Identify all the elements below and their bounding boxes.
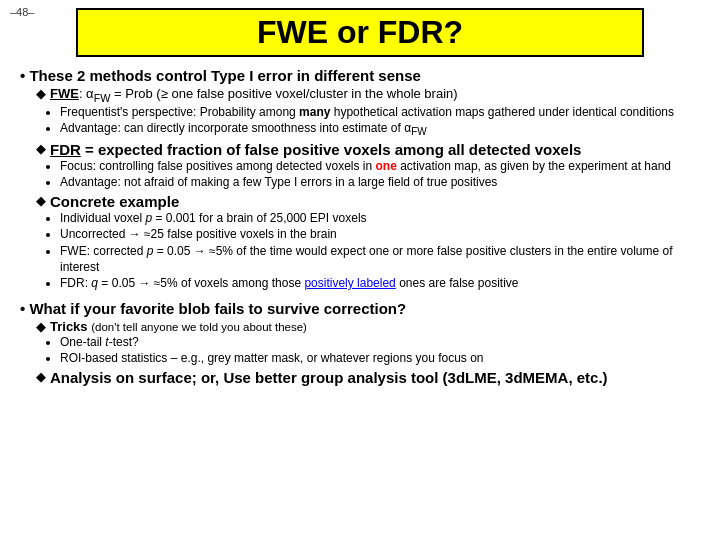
tricks-bullets: One-tail t-test? ROI-based statistics – … (60, 335, 704, 367)
diamond-icon: ◆ (36, 319, 46, 334)
fdr-item: ◆ FDR = expected fraction of false posit… (36, 141, 704, 158)
fwe-bullet-1: Frequentist's perspective: Probability a… (60, 105, 704, 121)
concrete-bullet-3: FWE: corrected p = 0.05 → ≈5% of the tim… (60, 244, 704, 275)
diamond-icon: ◆ (36, 369, 46, 384)
section1-header: These 2 methods control Type I error in … (20, 67, 704, 84)
concrete-item: ◆ Concrete example (36, 193, 704, 210)
diamond-icon: ◆ (36, 141, 46, 156)
diamond-icon: ◆ (36, 86, 46, 101)
concrete-bullet-4: FDR: q = 0.05 → ≈5% of voxels among thos… (60, 276, 704, 292)
concrete-bullets: Individual voxel p = 0.001 for a brain o… (60, 211, 704, 292)
section2-header: What if your favorite blob fails to surv… (20, 300, 704, 317)
slide-page: –48– FWE or FDR? These 2 methods control… (0, 0, 720, 540)
concrete-label: Concrete example (50, 193, 179, 210)
page-number: –48– (10, 6, 34, 18)
tricks-label: Tricks (don't tell anyone we told you ab… (50, 319, 307, 334)
fdr-bullet-2: Advantage: not afraid of making a few Ty… (60, 175, 704, 191)
tricks-bullet-1: One-tail t-test? (60, 335, 704, 351)
concrete-bullet-1: Individual voxel p = 0.001 for a brain o… (60, 211, 704, 227)
analysis-item: ◆ Analysis on surface; or, Use better gr… (36, 369, 704, 386)
tricks-item: ◆ Tricks (don't tell anyone we told you … (36, 319, 704, 334)
fwe-bullet-2: Advantage: can directly incorporate smoo… (60, 121, 704, 138)
fdr-bullet-1: Focus: controlling false positives among… (60, 159, 704, 175)
title-box: FWE or FDR? (76, 8, 644, 57)
slide-title: FWE or FDR? (257, 14, 463, 50)
fwe-item: ◆ FWE: αFW = Prob (≥ one false positive … (36, 86, 704, 104)
diamond-icon: ◆ (36, 193, 46, 208)
fwe-label: FWE: αFW = Prob (≥ one false positive vo… (50, 86, 458, 104)
fwe-bullets: Frequentist's perspective: Probability a… (60, 105, 704, 139)
fdr-label: FDR = expected fraction of false positiv… (50, 141, 581, 158)
concrete-bullet-2: Uncorrected → ≈25 false positive voxels … (60, 227, 704, 243)
fdr-bullets: Focus: controlling false positives among… (60, 159, 704, 191)
tricks-bullet-2: ROI-based statistics – e.g., grey matter… (60, 351, 704, 367)
analysis-label: Analysis on surface; or, Use better grou… (50, 369, 608, 386)
